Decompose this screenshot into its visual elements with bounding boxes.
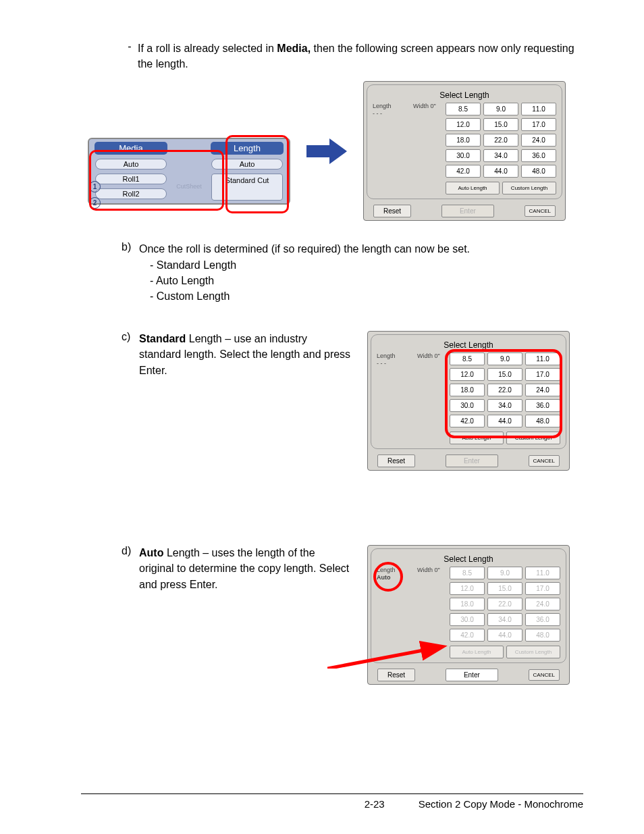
length-option[interactable]: 15.0 (483, 118, 518, 131)
length-option[interactable]: 11.0 (525, 567, 560, 579)
step-b-main: Once the roll is determined (if so requi… (139, 241, 583, 257)
length-option[interactable]: 24.0 (525, 598, 560, 610)
step-b-l2: - Auto Length (150, 273, 583, 288)
length-option[interactable]: 9.0 (487, 567, 522, 579)
enter-button-3[interactable]: Enter (446, 669, 498, 681)
length-label-2: Length (377, 353, 417, 360)
dialog-footer-2: Reset Enter CANCEL (371, 454, 566, 467)
enter-button-2[interactable]: Enter (446, 454, 498, 467)
step-b-l3: - Custom Length (150, 288, 583, 304)
figure-row-1: Media Auto Roll1 Roll2 1 2 CutSheet Leng… (88, 81, 583, 221)
length-option[interactable]: 30.0 (450, 613, 485, 626)
step-c: c) Standard Length – use an industry sta… (122, 331, 583, 471)
cancel-button-2[interactable]: CANCEL (529, 455, 560, 467)
length-option[interactable]: 9.0 (483, 103, 518, 115)
dialog-title-3: Select Length (377, 554, 560, 564)
step-d: d) Auto Length – uses the length of the … (122, 545, 583, 685)
length-option[interactable]: 48.0 (525, 629, 560, 642)
cancel-button-3[interactable]: CANCEL (529, 669, 560, 681)
dialog-body: Length - - - Width 0" 8.59.011.012.015.0… (373, 103, 556, 178)
step-d-row: d) Auto Length – uses the length of the … (122, 545, 583, 685)
intro-section: - If a roll is already selected in Media… (122, 41, 583, 72)
length-option[interactable]: 12.0 (446, 118, 481, 131)
step-b-row: b) Once the roll is determined (if so re… (122, 241, 583, 304)
dialog-left-labels: Length - - - (373, 103, 413, 178)
red-arrow-icon (327, 601, 449, 669)
step-c-bold: Standard (139, 333, 186, 344)
step-c-text-wrap: c) Standard Length – use an industry sta… (122, 331, 351, 378)
length-option[interactable]: 22.0 (483, 134, 518, 147)
dialog-footer-3: Reset Enter CANCEL (371, 669, 566, 681)
reset-button-3[interactable]: Reset (377, 669, 415, 681)
length-option[interactable]: 48.0 (521, 165, 556, 178)
length-option[interactable]: 22.0 (487, 598, 522, 610)
intro-text: If a roll is already selected in Media, … (138, 41, 583, 72)
reset-button[interactable]: Reset (373, 205, 411, 217)
step-b-l1: - Standard Length (150, 257, 583, 273)
select-length-dialog-3: Select Length Length Auto Width 0" 8.59.… (367, 545, 570, 685)
length-option[interactable]: 12.0 (450, 582, 485, 595)
red-highlight-length (225, 135, 289, 213)
length-option[interactable]: 17.0 (521, 118, 556, 131)
step-d-rest: Length – uses the length of the original… (139, 547, 349, 590)
length-grid: 8.59.011.012.015.017.018.022.024.030.034… (446, 103, 556, 178)
footer-page: 2-23 (365, 798, 385, 810)
intro-bold: Media, (277, 43, 311, 54)
step-d-bold: Auto (139, 547, 163, 558)
step-c-letter: c) (122, 331, 139, 378)
length-option[interactable]: 11.0 (521, 103, 556, 115)
length-grid-3: 8.59.011.012.015.017.018.022.024.030.034… (450, 567, 560, 642)
width-label: Width 0" (413, 103, 446, 178)
red-circle-auto (373, 562, 403, 592)
length-option[interactable]: 44.0 (487, 629, 522, 642)
length-option[interactable]: 18.0 (450, 598, 485, 610)
length-option[interactable]: 8.5 (446, 103, 481, 115)
cancel-button[interactable]: CANCEL (525, 205, 556, 217)
dialog-left-2: Length - - - (377, 353, 417, 427)
length-label: Length (373, 103, 413, 110)
svg-line-2 (327, 647, 441, 669)
length-option[interactable]: 18.0 (446, 134, 481, 147)
mode-buttons-3: Auto Length Custom Length (450, 646, 560, 658)
document-page: - If a roll is already selected in Media… (0, 0, 644, 834)
length-option[interactable]: 34.0 (487, 613, 522, 626)
length-option[interactable]: 36.0 (521, 149, 556, 162)
step-d-text-wrap: d) Auto Length – uses the length of the … (122, 545, 351, 592)
page-footer: 2-23 Section 2 Copy Mode - Monochrome (81, 793, 583, 810)
reset-button-2[interactable]: Reset (377, 454, 415, 467)
enter-button[interactable]: Enter (441, 205, 494, 217)
length-value-2: - - - (377, 360, 417, 367)
auto-length-button[interactable]: Auto Length (446, 182, 500, 194)
step-b-text: Once the roll is determined (if so requi… (139, 241, 583, 304)
length-option[interactable]: 44.0 (483, 165, 518, 178)
dialog-title-2: Select Length (377, 340, 560, 350)
dialog-inner: Select Length Length - - - Width 0" 8.59… (367, 84, 562, 199)
length-option[interactable]: 24.0 (521, 134, 556, 147)
red-highlight-grid (445, 349, 562, 438)
length-option[interactable]: 34.0 (483, 149, 518, 162)
svg-marker-0 (306, 138, 347, 164)
length-option[interactable]: 36.0 (525, 613, 560, 626)
select-length-dialog-2: Select Length Length - - - Width 0" 8.59… (367, 331, 570, 471)
length-option[interactable]: 42.0 (450, 629, 485, 642)
length-option[interactable]: 8.5 (450, 567, 485, 579)
step-d-letter: d) (122, 545, 139, 592)
length-option[interactable]: 15.0 (487, 582, 522, 595)
step-c-text: Standard Length – use an industry standa… (139, 331, 351, 378)
mode-buttons: Auto Length Custom Length (446, 182, 556, 194)
media-panel-wrap: Media Auto Roll1 Roll2 1 2 CutSheet Leng… (88, 138, 290, 205)
step-d-text: Auto Length – uses the length of the ori… (139, 545, 351, 592)
dash-marker: - (122, 41, 138, 53)
length-value: - - - (373, 110, 413, 118)
length-option[interactable]: 17.0 (525, 582, 560, 595)
dialog-footer: Reset Enter CANCEL (367, 205, 562, 217)
length-option[interactable]: 42.0 (446, 165, 481, 178)
select-length-dialog-1: Select Length Length - - - Width 0" 8.59… (363, 81, 566, 221)
custom-length-button-3[interactable]: Custom Length (506, 646, 560, 658)
step-b: b) Once the roll is determined (if so re… (122, 241, 583, 304)
dialog-title: Select Length (373, 90, 556, 100)
custom-length-button[interactable]: Custom Length (502, 182, 556, 194)
length-option[interactable]: 30.0 (446, 149, 481, 162)
auto-length-button-3[interactable]: Auto Length (450, 646, 504, 658)
intro-bullet: - If a roll is already selected in Media… (122, 41, 583, 72)
